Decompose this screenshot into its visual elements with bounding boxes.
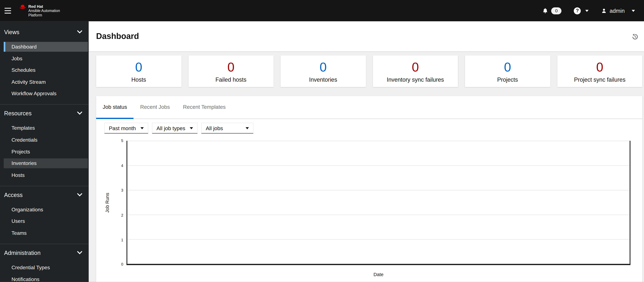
masthead: Red Hat Ansible Automation Platform 0 ? …: [0, 0, 644, 21]
sidebar-item-organizations[interactable]: Organizations: [4, 205, 88, 215]
gridline: [128, 215, 630, 215]
stat-value-link[interactable]: 0: [320, 60, 327, 73]
stat-card-inventories: 0 Inventories: [280, 55, 366, 87]
job-type-select[interactable]: All job types: [152, 123, 198, 134]
brand-line3: Platform: [28, 13, 60, 17]
sidebar-item-credential-types[interactable]: Credential Types: [4, 263, 88, 273]
chevron-down-icon: [632, 9, 635, 12]
sidebar-item-credentials[interactable]: Credentials: [4, 135, 88, 145]
app-root: Red Hat Ansible Automation Platform 0 ? …: [0, 0, 644, 282]
stat-card-inventory-sync-failures: 0 Inventory sync failures: [373, 55, 458, 87]
sidebar-item-inventories[interactable]: Inventories: [4, 158, 88, 168]
nav-group-administration: Administration Credential Types Notifica…: [0, 244, 89, 282]
chevron-down-icon: [586, 9, 589, 12]
sidebar-item-workflow-approvals[interactable]: Workflow Approvals: [4, 89, 88, 99]
help-menu-button[interactable]: ?: [574, 7, 589, 14]
caret-down-icon: [140, 127, 144, 129]
nav-group-label: Access: [4, 192, 23, 198]
chevron-down-icon: [77, 251, 82, 255]
nav-group-label: Views: [4, 29, 19, 35]
period-select[interactable]: Past month: [104, 123, 148, 134]
chart-filters: Past month All job types All jobs: [104, 123, 642, 134]
page-title: Dashboard: [96, 31, 139, 41]
nav-group-header-administration[interactable]: Administration: [4, 250, 82, 256]
stat-value-link[interactable]: 0: [596, 60, 603, 73]
caret-down-icon: [190, 127, 193, 129]
gridline: [128, 190, 630, 190]
sidebar-item-notifications[interactable]: Notifications: [4, 274, 88, 282]
sidebar-item-templates[interactable]: Templates: [4, 123, 88, 133]
sidebar-item-users[interactable]: Users: [4, 217, 88, 226]
sidebar-item-projects[interactable]: Projects: [4, 147, 88, 157]
sidebar-item-jobs[interactable]: Jobs: [4, 54, 88, 63]
redhat-fedora-icon: [19, 4, 26, 9]
stat-label: Failed hosts: [215, 76, 246, 83]
brand-line2: Ansible Automation: [28, 8, 60, 13]
nav-group-header-resources[interactable]: Resources: [4, 110, 82, 117]
gridline: [128, 165, 630, 166]
masthead-toolbar: 0 ? admin: [542, 7, 644, 14]
period-select-value: Past month: [109, 125, 136, 131]
main-area: Dashboard 0 Hosts 0: [89, 21, 644, 282]
user-icon: [601, 8, 607, 14]
nav-group-access: Access Organizations Users Teams: [0, 186, 89, 238]
nav-group-header-access[interactable]: Access: [4, 192, 82, 198]
y-axis-label: Job Runs: [105, 193, 110, 213]
stat-label: Inventories: [309, 76, 337, 83]
y-axis-tick: 4: [96, 164, 123, 168]
redhat-brand: Red Hat Ansible Automation Platform: [19, 4, 60, 17]
tab-recent-jobs[interactable]: Recent Jobs: [134, 96, 176, 119]
y-axis-tick: 0: [96, 263, 123, 266]
gridline: [128, 141, 630, 141]
user-menu-button[interactable]: admin: [601, 8, 635, 14]
history-icon: [632, 33, 638, 39]
sidebar-nav: Views Dashboard Jobs Schedules Activity …: [0, 21, 89, 282]
gridline: [128, 239, 630, 240]
tab-recent-templates[interactable]: Recent Templates: [176, 96, 232, 119]
job-runs-chart: 5 4 3 2 1 0 Job Runs: [96, 141, 642, 282]
stat-cards-row: 0 Hosts 0 Failed hosts 0 Inventories 0 I…: [96, 55, 642, 87]
y-axis-tick: 1: [96, 239, 123, 242]
tabs-bar: Job status Recent Jobs Recent Templates: [96, 96, 642, 119]
caret-down-icon: [246, 127, 249, 129]
y-axis-tick: 2: [96, 214, 123, 217]
job-status-panel: Job status Recent Jobs Recent Templates …: [96, 96, 642, 282]
page-header: Dashboard: [89, 21, 644, 51]
tab-job-status[interactable]: Job status: [96, 96, 134, 119]
stat-card-project-sync-failures: 0 Project sync failures: [557, 55, 642, 87]
brand-line1: Red Hat: [28, 4, 60, 8]
nav-group-views: Views Dashboard Jobs Schedules Activity …: [0, 29, 89, 99]
user-name: admin: [610, 8, 625, 14]
sidebar-item-activity-stream[interactable]: Activity Stream: [4, 77, 88, 87]
notifications-bell-icon[interactable]: [542, 7, 548, 14]
sidebar-item-hosts[interactable]: Hosts: [4, 170, 88, 180]
stat-label: Inventory sync failures: [387, 76, 444, 83]
sidebar-item-teams[interactable]: Teams: [4, 228, 88, 238]
nav-group-label: Administration: [4, 250, 40, 256]
sidebar-item-schedules[interactable]: Schedules: [4, 65, 88, 75]
nav-toggle-hamburger-icon[interactable]: [4, 8, 11, 14]
sidebar-item-dashboard[interactable]: Dashboard: [4, 42, 88, 52]
job-filter-select-value: All jobs: [206, 125, 223, 131]
chevron-down-icon: [77, 30, 82, 34]
stat-card-hosts: 0 Hosts: [96, 55, 181, 87]
stat-value-link[interactable]: 0: [135, 60, 142, 73]
nav-group-resources: Resources Templates Credentials Projects…: [0, 104, 89, 180]
job-type-select-value: All job types: [156, 125, 185, 131]
stat-value-link[interactable]: 0: [227, 60, 234, 73]
stat-label: Project sync failures: [574, 76, 626, 83]
x-axis-label: Date: [126, 272, 630, 277]
stat-label: Hosts: [132, 76, 146, 83]
nav-group-header-views[interactable]: Views: [4, 29, 82, 35]
stat-value-link[interactable]: 0: [412, 60, 419, 73]
job-filter-select[interactable]: All jobs: [201, 123, 254, 134]
nav-group-label: Resources: [4, 110, 32, 117]
dashboard-content: 0 Hosts 0 Failed hosts 0 Inventories 0 I…: [89, 51, 644, 282]
y-axis-tick: 3: [96, 189, 123, 192]
chart-plot-area: [126, 141, 630, 265]
stat-value-link[interactable]: 0: [504, 60, 511, 73]
y-axis-tick: 5: [96, 139, 123, 143]
brand-text: Red Hat Ansible Automation Platform: [28, 4, 60, 17]
stat-label: Projects: [497, 76, 518, 83]
history-button[interactable]: [632, 33, 638, 39]
